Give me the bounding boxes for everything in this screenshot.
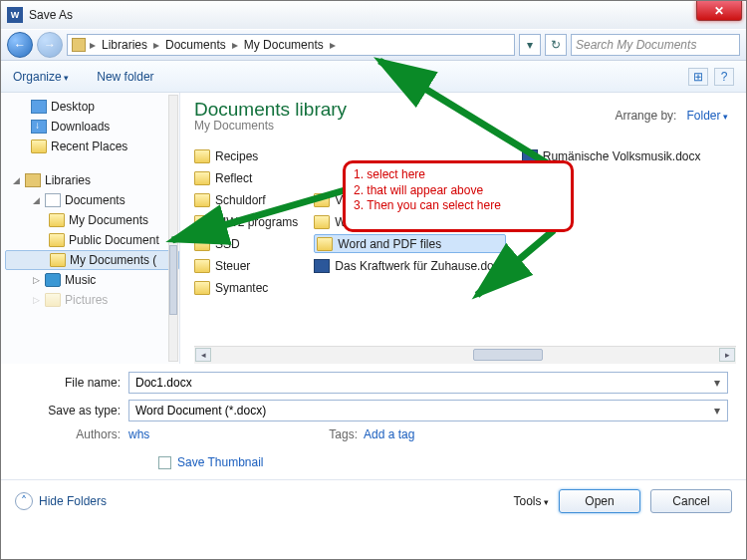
forward-arrow-icon: → (44, 38, 56, 52)
back-button[interactable]: ← (7, 32, 33, 58)
navigation-tree[interactable]: Desktop Downloads Recent Places ◢Librari… (1, 93, 180, 364)
save-as-type-value: Word Document (*.docx) (135, 404, 266, 418)
command-bar: Organize New folder ⊞ ? (1, 61, 746, 93)
new-folder-button[interactable]: New folder (97, 70, 153, 84)
tree-my-documents[interactable]: My Documents (5, 210, 179, 230)
tree-pictures[interactable]: ▷Pictures (5, 290, 179, 310)
organize-menu[interactable]: Organize (13, 70, 69, 84)
breadcrumb-bar[interactable]: ▸ Libraries ▸ Documents ▸ My Documents ▸ (67, 34, 515, 56)
arrange-by: Arrange by: Folder (615, 109, 728, 123)
tags-value[interactable]: Add a tag (364, 427, 414, 441)
hide-folders-label: Hide Folders (39, 494, 107, 508)
folder-item[interactable]: SSD (194, 234, 298, 253)
hide-folders-icon: ˄ (15, 492, 33, 510)
desktop-icon (31, 100, 47, 114)
search-input[interactable]: Search My Documents (571, 34, 740, 56)
help-button[interactable]: ? (714, 68, 734, 86)
tree-vertical-scrollbar[interactable] (168, 95, 178, 362)
chevron-down-icon[interactable]: ▾ (709, 375, 725, 391)
item-label: Symantec (215, 281, 268, 295)
expander-open-icon[interactable]: ◢ (31, 195, 41, 205)
horizontal-scrollbar[interactable]: ◂ ▸ (194, 346, 736, 364)
tree-label: Music (65, 273, 96, 287)
tree-public-documents[interactable]: Public Document (5, 230, 179, 250)
authors-value[interactable]: whs (128, 427, 149, 441)
folder-item[interactable]: SIW2 programs (194, 212, 298, 231)
nav-bar: ← → ▸ Libraries ▸ Documents ▸ My Documen… (1, 29, 746, 61)
tree-label: My Documents (69, 213, 148, 227)
title-bar: W Save As ✕ (1, 1, 746, 29)
breadcrumb-mydocuments[interactable]: My Documents (242, 38, 326, 52)
save-as-type-label: Save as type: (19, 404, 128, 418)
breadcrumb-libraries[interactable]: Libraries (100, 38, 149, 52)
view-options-button[interactable]: ⊞ (688, 68, 708, 86)
tree-label: Desktop (51, 100, 95, 114)
chevron-right-icon: ▸ (153, 38, 159, 52)
cancel-button[interactable]: Cancel (650, 489, 732, 513)
expander-closed-icon[interactable]: ▷ (31, 275, 41, 285)
tree-documents[interactable]: ◢Documents (5, 190, 179, 210)
help-icon: ? (721, 70, 728, 84)
item-label: Word and PDF files (338, 237, 441, 251)
scroll-thumb[interactable] (169, 245, 177, 315)
tree-label: My Documents ( (70, 253, 156, 267)
callout-line: 1. select here (354, 167, 563, 183)
forward-button[interactable]: → (37, 32, 63, 58)
save-thumbnail-checkbox[interactable] (158, 456, 171, 469)
button-label: Open (585, 494, 614, 508)
expander-open-icon[interactable]: ◢ (11, 175, 21, 185)
scroll-left-button[interactable]: ◂ (195, 348, 211, 362)
folder-item[interactable]: Reflect (194, 168, 298, 187)
filename-input[interactable]: Doc1.docx▾ (128, 372, 728, 394)
save-as-type-select[interactable]: Word Document (*.docx)▾ (128, 400, 728, 421)
tree-desktop[interactable]: Desktop (5, 97, 179, 117)
tree-downloads[interactable]: Downloads (5, 117, 179, 137)
scroll-right-button[interactable]: ▸ (719, 348, 735, 362)
instruction-callout: 1. select here 2. that will appear above… (343, 160, 574, 232)
breadcrumb-history-dropdown[interactable]: ▾ (519, 34, 541, 56)
tree-music[interactable]: ▷Music (5, 270, 179, 290)
folder-icon (194, 215, 210, 229)
arrange-by-dropdown[interactable]: Folder (686, 109, 728, 123)
chevron-down-icon[interactable]: ▾ (709, 403, 725, 419)
folder-icon (317, 237, 333, 251)
save-thumbnail-label[interactable]: Save Thumbnail (177, 455, 264, 469)
dialog-footer: ˄ Hide Folders Tools Open Cancel (1, 479, 746, 521)
filename-label: File name: (19, 376, 128, 390)
tree-recent-places[interactable]: Recent Places (5, 137, 179, 156)
close-button[interactable]: ✕ (696, 1, 742, 21)
tree-libraries[interactable]: ◢Libraries (5, 170, 179, 190)
folder-icon (194, 281, 210, 295)
folder-item[interactable]: Symantec (194, 278, 298, 297)
folder-icon (314, 193, 330, 207)
scroll-thumb[interactable] (473, 349, 543, 361)
libraries-icon (72, 38, 86, 52)
chevron-right-icon: ▸ (232, 38, 238, 52)
hide-folders-button[interactable]: ˄ Hide Folders (15, 492, 107, 510)
folder-icon (194, 193, 210, 207)
pictures-icon (45, 293, 61, 307)
tree-my-documents-2[interactable]: My Documents ( (5, 250, 179, 270)
tools-menu[interactable]: Tools (513, 494, 549, 508)
authors-label: Authors: (19, 427, 128, 441)
open-button[interactable]: Open (559, 489, 640, 513)
tree-label: Documents (65, 193, 125, 207)
refresh-button[interactable]: ↻ (545, 34, 567, 56)
word-app-icon: W (7, 7, 23, 23)
folder-icon (49, 233, 65, 247)
tags-label: Tags: (329, 427, 358, 441)
folder-item[interactable]: Schuldorf (194, 190, 298, 209)
view-icon: ⊞ (693, 70, 703, 84)
filename-value: Doc1.docx (135, 376, 192, 390)
folder-item-selected[interactable]: Word and PDF files (314, 234, 505, 253)
expander-closed-icon[interactable]: ▷ (31, 295, 41, 305)
folder-item[interactable]: Steuer (194, 256, 298, 275)
item-label: SIW2 programs (215, 215, 298, 229)
document-item[interactable]: Das Kraftwerk für Zuhause.docx (314, 256, 505, 275)
breadcrumb-documents[interactable]: Documents (163, 38, 228, 52)
window-title: Save As (29, 8, 73, 22)
folder-item[interactable]: Recipes (194, 146, 298, 165)
callout-line: 3. Then you can select here (354, 198, 563, 214)
documents-icon (45, 193, 61, 207)
folder-icon (50, 253, 66, 267)
